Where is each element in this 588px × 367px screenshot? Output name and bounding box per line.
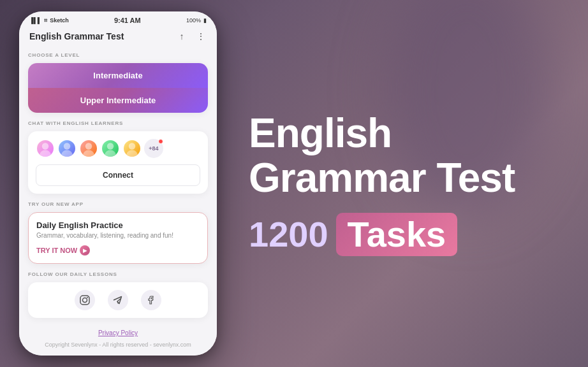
follow-card	[28, 282, 208, 318]
instagram-icon[interactable]	[75, 290, 95, 310]
chat-card: +84 Connect	[28, 131, 208, 194]
new-app-section-label: TRY OUR NEW APP	[28, 201, 208, 207]
menu-icon[interactable]: ⋮	[195, 31, 207, 42]
right-side: English Grammar Test 1200 Tasks	[236, 111, 562, 257]
app-title: English Grammar Test	[29, 31, 124, 41]
share-icon[interactable]: ↑	[176, 31, 187, 42]
heading-line2: Grammar Test	[249, 155, 562, 200]
connect-button[interactable]: Connect	[36, 164, 200, 186]
follow-section-label: FOLLOW OUR DAILY LESSONS	[28, 271, 208, 277]
tasks-number: 1200	[249, 217, 328, 252]
new-app-description: Grammar, vocabulary, listening, reading …	[36, 232, 200, 239]
svg-point-7	[105, 150, 115, 158]
svg-point-1	[40, 150, 50, 158]
avatar-5	[122, 139, 142, 158]
privacy-policy-link[interactable]: Privacy Policy	[28, 329, 208, 336]
upper-intermediate-button[interactable]: Upper Intermediate	[28, 88, 208, 113]
svg-point-4	[85, 143, 92, 149]
chat-section-label: CHAT WITH ENGLISH LEARNERS	[28, 120, 208, 126]
try-play-icon: ▶	[80, 245, 90, 255]
svg-point-6	[107, 143, 114, 149]
content-wrapper: ▐▌▌ ⌗ Sketch 9:41 AM 100% ▮ English Gram…	[0, 0, 588, 367]
level-section-label: CHOOSE A LEVEL	[28, 52, 208, 58]
notification-dot	[158, 139, 163, 144]
svg-point-8	[129, 143, 135, 149]
status-battery: 100% ▮	[186, 17, 207, 24]
status-bar: ▐▌▌ ⌗ Sketch 9:41 AM 100% ▮	[19, 11, 217, 27]
telegram-icon[interactable]	[108, 290, 128, 310]
svg-rect-10	[80, 296, 89, 305]
avatar-2	[57, 139, 77, 158]
svg-point-11	[83, 298, 87, 303]
avatar-count: +84	[144, 139, 163, 158]
copyright-text: Copyright Sevenlynx - All rights reserve…	[45, 342, 191, 348]
avatar-count-label: +84	[149, 145, 158, 152]
svg-point-9	[126, 150, 137, 158]
heading-line1: English	[249, 111, 562, 155]
avatar-3	[79, 139, 98, 158]
app-bar: English Grammar Test ↑ ⋮	[19, 27, 217, 48]
main-heading: English Grammar Test	[249, 111, 562, 201]
battery-icon: ▮	[203, 17, 207, 24]
phone-content: CHOOSE A LEVEL Intermediate Upper Interm…	[19, 48, 217, 326]
signal-bars: ▐▌▌	[29, 17, 41, 24]
svg-point-2	[64, 143, 70, 149]
facebook-icon[interactable]	[141, 290, 161, 310]
svg-point-5	[83, 150, 94, 158]
svg-point-3	[61, 150, 72, 158]
avatar-1	[36, 139, 55, 158]
new-app-title: Daily English Practice	[36, 220, 200, 230]
status-carrier: ▐▌▌ ⌗ Sketch	[29, 17, 69, 24]
intermediate-button[interactable]: Intermediate	[28, 63, 208, 88]
phone-footer: Privacy Policy Copyright Sevenlynx - All…	[19, 326, 217, 356]
level-card: Intermediate Upper Intermediate	[28, 63, 208, 113]
carrier-label: Sketch	[50, 17, 69, 24]
wifi-icon: ⌗	[44, 17, 47, 24]
try-label: TRY IT NOW	[36, 247, 77, 254]
svg-point-12	[87, 297, 88, 298]
phone-mockup: ▐▌▌ ⌗ Sketch 9:41 AM 100% ▮ English Gram…	[19, 11, 217, 356]
svg-point-0	[42, 143, 48, 149]
tasks-row: 1200 Tasks	[249, 213, 562, 256]
tasks-badge: Tasks	[336, 213, 458, 256]
try-it-now-button[interactable]: TRY IT NOW ▶	[36, 245, 200, 255]
social-icons-row	[36, 290, 200, 310]
new-app-card: Daily English Practice Grammar, vocabula…	[28, 212, 208, 264]
avatar-4	[101, 139, 120, 158]
app-bar-icons: ↑ ⋮	[176, 31, 207, 42]
status-time: 9:41 AM	[114, 17, 141, 24]
battery-label: 100%	[186, 17, 201, 24]
avatar-row: +84	[36, 139, 200, 158]
